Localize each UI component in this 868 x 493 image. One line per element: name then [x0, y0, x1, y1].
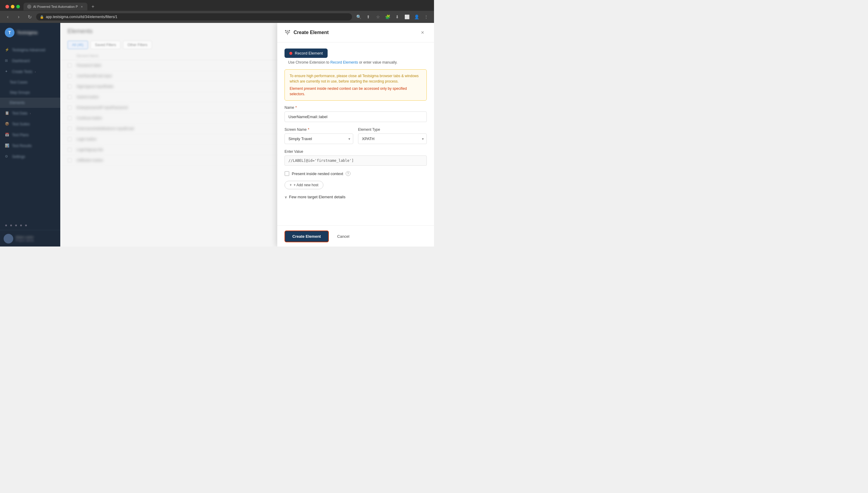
profile-btn[interactable]: 👤 [412, 13, 421, 21]
menu-btn[interactable]: ⋮ [422, 13, 430, 21]
address-bar[interactable]: 🔒 app.testsigma.com/ui/td/34/elements/fi… [36, 13, 352, 21]
record-dot-icon [289, 52, 292, 55]
download-btn[interactable]: ⬇ [393, 13, 402, 21]
svg-point-2 [289, 30, 290, 31]
record-hint-suffix: or enter value manually. [358, 60, 397, 64]
browser-tab-active[interactable]: AI Powered Test Automation P × [23, 3, 87, 10]
minimize-window-btn[interactable] [11, 5, 15, 8]
sidebar-item-test-cases[interactable]: Test Cases [0, 77, 60, 87]
tab-close-btn[interactable]: × [80, 4, 84, 9]
tab-title: AI Powered Test Automation P [33, 5, 78, 8]
url-text: app.testsigma.com/ui/td/34/elements/filt… [46, 15, 117, 19]
row-checkbox[interactable] [67, 127, 72, 131]
sidebar-nav: ⚡ Testsigma Advanced ⊞ Dashboard ✦ Creat… [0, 42, 60, 220]
help-icon[interactable]: ? [346, 171, 350, 176]
row-checkbox[interactable] [67, 95, 72, 99]
bookmark-btn[interactable]: ☆ [374, 13, 382, 21]
extensions-btn[interactable]: 🧩 [383, 13, 392, 21]
element-type-field: Element Type XPATH CSS Selector ID Name [358, 127, 427, 144]
sidebar-item-label: Step Groups [9, 90, 30, 94]
testsigma-advanced-icon: ⚡ [5, 48, 9, 52]
name-input[interactable] [284, 111, 427, 122]
row-checkbox[interactable] [67, 137, 72, 141]
search-btn[interactable]: 🔍 [354, 13, 363, 21]
browser-nav-bar: ‹ › ↻ 🔒 app.testsigma.com/ui/td/34/eleme… [0, 11, 434, 23]
new-tab-btn[interactable]: + [89, 2, 97, 11]
record-element-row: Record Element Use Chrome Extension to R… [284, 48, 427, 64]
test-data-icon: 📋 [5, 111, 9, 116]
reload-btn[interactable]: ↻ [25, 13, 34, 21]
svg-point-1 [285, 30, 286, 31]
record-element-btn[interactable]: Record Element [284, 48, 328, 58]
row-checkbox[interactable] [67, 148, 72, 152]
sidebar-item-label: Test Cases [9, 80, 27, 84]
element-type-label: Element Type [358, 127, 427, 132]
sidebar-item-dashboard[interactable]: ⊞ Dashboard [0, 56, 60, 66]
few-more-row[interactable]: ∨ Few more target Element details [284, 195, 427, 199]
create-element-btn[interactable]: Create Element [284, 231, 329, 242]
warning-nested-text: Element present inside nested context ca… [290, 86, 421, 97]
record-btn-label: Record Element [295, 51, 323, 56]
sidebar-item-settings[interactable]: ⚙ Settings [0, 151, 60, 162]
element-type-select[interactable]: XPATH CSS Selector ID Name [358, 133, 427, 144]
create-element-panel: Create Element × Record Element Use Chro… [277, 23, 434, 246]
sidebar-logo: T Testsigma [0, 23, 60, 42]
other-filters-btn[interactable]: Other Filters [123, 41, 152, 49]
user-name: Adam carter [16, 235, 57, 239]
sidebar-bottom-icons: ● ● ● ● ● [0, 220, 60, 230]
sidebar-item-test-suites[interactable]: 📦 Test Suites [0, 119, 60, 130]
test-results-icon: 📊 [5, 144, 9, 148]
record-hint: Use Chrome Extension to Record Elements … [288, 60, 397, 64]
user-role: Project admin [16, 239, 57, 242]
sidebar-item-label: Test Data [12, 111, 27, 115]
tab-bar: AI Powered Test Automation P × + [0, 0, 434, 11]
test-suites-icon: 📦 [5, 122, 9, 127]
cancel-btn[interactable]: Cancel [332, 231, 354, 242]
element-type-select-wrapper: XPATH CSS Selector ID Name [358, 133, 427, 144]
enter-value-input[interactable] [284, 155, 427, 166]
close-window-btn[interactable] [5, 5, 9, 8]
row-checkbox[interactable] [67, 116, 72, 120]
saved-filters-btn[interactable]: Saved Filters [90, 41, 121, 49]
name-field-group: Name * [284, 105, 427, 122]
sidebar-item-step-groups[interactable]: Step Groups [0, 87, 60, 98]
split-view-btn[interactable]: ⬜ [403, 13, 411, 21]
back-btn[interactable]: ‹ [4, 13, 12, 21]
add-new-host-btn[interactable]: + + Add new host [284, 181, 323, 189]
record-elements-link[interactable]: Record Elements [330, 60, 358, 64]
record-hint-prefix: Use Chrome Extension to [288, 60, 330, 64]
page-title: Elements [67, 28, 92, 34]
arrow-icon: › [35, 70, 36, 73]
create-tests-icon: ✦ [5, 69, 9, 74]
row-checkbox[interactable] [67, 63, 72, 67]
screen-type-row: Screen Name * Simply Travel Other Screen [284, 127, 427, 144]
nested-context-label: Present inside nested context [292, 171, 343, 176]
few-more-label: Few more target Element details [289, 195, 345, 199]
maximize-window-btn[interactable] [16, 5, 20, 8]
screen-name-select[interactable]: Simply Travel Other Screen [284, 133, 353, 144]
row-checkbox[interactable] [67, 158, 72, 163]
sidebar-item-label: Test Plans [12, 133, 29, 137]
avatar [4, 234, 13, 243]
row-checkbox[interactable] [67, 84, 72, 89]
sidebar-item-test-data[interactable]: 📋 Test Data › [0, 108, 60, 119]
row-checkbox[interactable] [67, 74, 72, 78]
sidebar-item-create-tests[interactable]: ✦ Create Tests › [0, 66, 60, 77]
svg-point-0 [287, 31, 288, 34]
close-panel-btn[interactable]: × [418, 28, 427, 37]
add-host-label: + Add new host [294, 183, 318, 187]
sidebar-item-label: Settings [12, 155, 25, 159]
nested-context-checkbox[interactable] [284, 171, 289, 176]
chevron-down-icon: ∨ [284, 195, 287, 199]
share-btn[interactable]: ⬆ [364, 13, 372, 21]
sidebar-item-test-plans[interactable]: 📅 Test Plans [0, 130, 60, 141]
sidebar-item-testsigma-advanced[interactable]: ⚡ Testsigma Advanced [0, 45, 60, 56]
row-checkbox[interactable] [67, 105, 72, 110]
sidebar-item-elements[interactable]: Elements [0, 98, 60, 108]
sidebar-item-test-results[interactable]: 📊 Test Results [0, 141, 60, 151]
all-btn[interactable]: All (46) [67, 41, 88, 49]
sidebar-item-label: Testsigma Advanced [12, 48, 45, 52]
sidebar-item-label: Create Tests [12, 70, 32, 74]
forward-btn[interactable]: › [15, 13, 23, 21]
warning-main-text: To ensure high performance, please close… [290, 73, 421, 84]
